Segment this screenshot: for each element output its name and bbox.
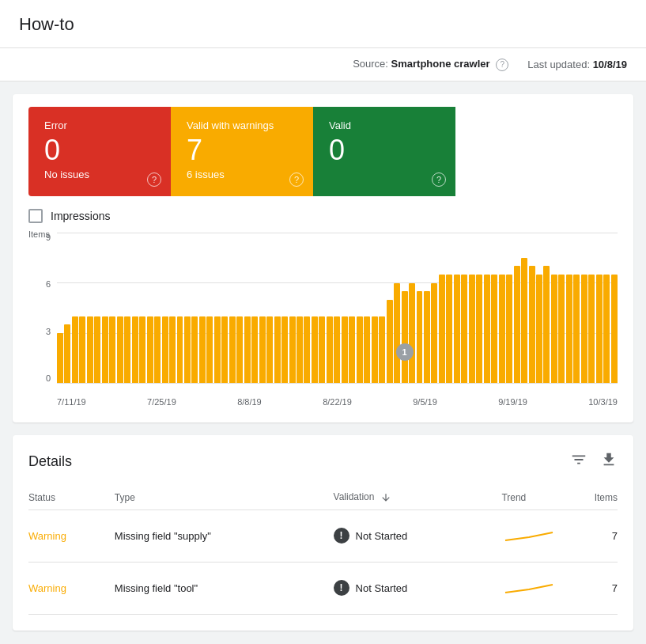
error-help-icon[interactable]: ? (147, 172, 161, 187)
chart-bar (199, 316, 206, 383)
bars-container (57, 233, 618, 383)
trend-svg-0 (501, 523, 557, 547)
download-icon[interactable] (600, 451, 618, 472)
chart-bar (289, 316, 296, 383)
chart-bar (139, 316, 145, 383)
warning-label: Valid with warnings (187, 119, 297, 131)
x-label-4: 9/5/19 (413, 397, 437, 407)
chart-bar (266, 316, 273, 383)
chart-bar (259, 316, 266, 383)
chart-bar (364, 316, 370, 383)
chart-bar (431, 283, 437, 384)
error-issues: No issues (44, 169, 155, 180)
chart-bar (334, 316, 340, 383)
chart-bar (162, 316, 168, 383)
y-label-3: 3 (28, 327, 54, 336)
chart-bar (461, 275, 467, 383)
validation-cell-0: ! Not Started (334, 528, 502, 544)
chart-bar (124, 316, 130, 383)
impressions-label[interactable]: Impressions (51, 210, 110, 222)
warning-help-icon[interactable]: ? (289, 172, 304, 187)
chart-bar (177, 316, 183, 383)
x-label-1: 7/25/19 (147, 397, 176, 407)
type-value-0: Missing field "supply" (115, 530, 211, 542)
validation-text-0: Not Started (356, 530, 408, 542)
impressions-checkbox[interactable] (28, 209, 43, 223)
chart-bar (327, 316, 333, 383)
status-card-valid: Valid 0 ? (313, 107, 455, 197)
details-header: Details (28, 451, 618, 472)
chart-bar (342, 316, 348, 383)
chart-bar (72, 316, 78, 383)
chart-bar (304, 316, 310, 383)
td-trend-0 (501, 510, 565, 562)
chart-bar (529, 266, 535, 383)
valid-help-icon[interactable]: ? (432, 172, 446, 187)
td-status-1: Warning (28, 562, 115, 614)
last-updated: Last updated: 10/8/19 (527, 59, 627, 70)
chart-bar (79, 316, 85, 383)
status-cards: Error 0 No issues ? Valid with warnings … (28, 107, 471, 197)
type-value-1: Missing field "tool" (115, 582, 198, 594)
error-number: 0 (44, 134, 155, 166)
chart-bar (499, 275, 505, 383)
chart-bar (469, 275, 475, 383)
th-type: Type (115, 485, 334, 510)
chart-bar (57, 333, 63, 383)
chart-bar (94, 316, 100, 383)
x-label-3: 8/22/19 (323, 397, 352, 407)
table-header-row: Status Type Validation Trend (28, 485, 618, 510)
chart-bar (319, 316, 325, 383)
chart-bar (109, 316, 115, 383)
chart-bar (117, 316, 123, 383)
valid-label: Valid (329, 119, 440, 131)
warning-number: 7 (187, 134, 297, 166)
chart-bar (372, 316, 378, 383)
filter-icon[interactable] (570, 451, 587, 472)
chart-bar (491, 275, 497, 383)
x-axis-labels: 7/11/19 7/25/19 8/8/19 8/22/19 9/5/19 9/… (57, 397, 618, 407)
y-axis-labels: 9 6 3 0 (28, 233, 54, 383)
validation-icon-0: ! (334, 528, 349, 544)
chart-bar (596, 275, 603, 383)
annotation-badge[interactable]: 1 (396, 343, 414, 361)
chart-bar (102, 316, 108, 383)
status-warning-1: Warning (28, 582, 66, 594)
source-value: Smartphone crawler (391, 58, 490, 70)
chart-bar (229, 316, 236, 383)
grid-line-bottom (57, 383, 618, 384)
chart-bar (394, 283, 400, 384)
sort-arrow-icon (380, 491, 391, 503)
chart-bar (536, 275, 542, 383)
th-items: Items (565, 485, 618, 510)
chart-bar (236, 316, 243, 383)
details-title: Details (28, 453, 72, 470)
chart-bar (274, 316, 281, 383)
chart-bar (424, 291, 430, 383)
x-label-2: 8/8/19 (237, 397, 262, 407)
chart-bar (281, 316, 288, 383)
status-card-warning: Valid with warnings 7 6 issues ? (171, 107, 313, 197)
chart-bar (206, 316, 213, 383)
chart-bar (221, 316, 228, 383)
last-updated-value: 10/8/19 (593, 59, 627, 70)
validation-cell-1: ! Not Started (334, 580, 502, 596)
td-type-0: Missing field "supply" (115, 510, 334, 562)
chart-bar (191, 316, 198, 383)
chart-bar (244, 316, 251, 383)
validation-text-1: Not Started (356, 582, 408, 594)
chart-bar (132, 316, 138, 383)
chart-bar (551, 275, 557, 383)
chart-bar (357, 316, 363, 383)
chart-bar (521, 258, 527, 383)
main-content: Error 0 No issues ? Valid with warnings … (0, 81, 646, 643)
x-label-0: 7/11/19 (57, 397, 86, 407)
chart-header: Impressions (28, 209, 618, 223)
td-items-0: 7 (565, 510, 618, 562)
chart-bar (484, 275, 490, 383)
chart-bar (64, 324, 70, 383)
th-validation[interactable]: Validation (334, 485, 502, 510)
source-help-icon[interactable]: ? (496, 59, 508, 71)
page-container: How-to Source: Smartphone crawler ? Last… (0, 0, 646, 644)
chart-bar (409, 283, 415, 384)
